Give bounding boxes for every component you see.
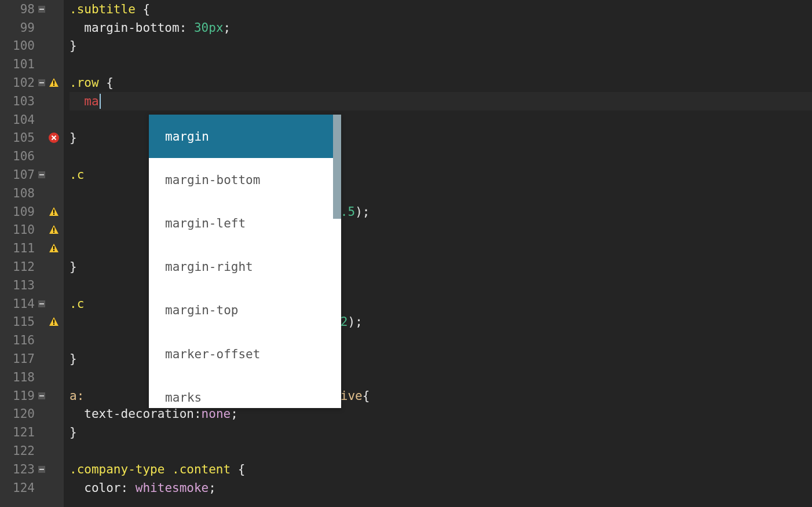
gutter-line: 115 [0, 313, 64, 332]
line-number: 124 [6, 481, 35, 495]
gutter-line: 112 [0, 258, 64, 276]
code-line[interactable]: .company-type .content { [70, 460, 812, 479]
gutter-line: 106 [0, 147, 64, 166]
fold-indicator [38, 98, 45, 105]
fold-indicator[interactable] [38, 466, 45, 473]
line-number: 122 [6, 444, 35, 458]
autocomplete-item[interactable]: margin [149, 115, 341, 158]
line-number: 123 [6, 462, 35, 476]
line-number: 115 [6, 315, 35, 329]
gutter-line: 109 [0, 203, 64, 221]
fold-indicator [38, 245, 45, 252]
gutter-line: 116 [0, 331, 64, 350]
code-line[interactable]: ma [70, 92, 812, 111]
token: { [363, 389, 370, 403]
token: } [70, 39, 77, 53]
marker-empty [49, 4, 59, 14]
line-number: 110 [6, 223, 35, 237]
warning-icon [49, 317, 59, 327]
line-number: 109 [6, 205, 35, 219]
gutter-line: 108 [0, 184, 64, 203]
autocomplete-item[interactable]: margin-left [149, 201, 341, 245]
gutter-line: 114 [0, 295, 64, 313]
token: 30px [194, 21, 224, 35]
line-number: 99 [6, 21, 35, 35]
fold-indicator[interactable] [38, 171, 45, 178]
marker-empty [49, 299, 59, 309]
fold-indicator[interactable] [38, 6, 45, 13]
token: : [121, 481, 136, 495]
code-line[interactable]: margin-bottom: 30px; [70, 19, 812, 37]
token: { [136, 2, 150, 16]
fold-indicator [38, 337, 45, 344]
code-line[interactable]: .subtitle { [70, 0, 812, 19]
token: .company-type .content [70, 462, 231, 476]
code-area[interactable]: .subtitle { margin-bottom: 30px;}.row { … [64, 0, 812, 507]
fold-indicator[interactable] [38, 300, 45, 307]
svg-rect-11 [53, 214, 54, 215]
fold-indicator [38, 24, 45, 31]
gutter-line: 111 [0, 239, 64, 258]
line-number: 98 [6, 2, 35, 16]
gutter-line: 107 [0, 166, 64, 184]
line-number: 117 [6, 352, 35, 366]
gutter-line: 100 [0, 37, 64, 56]
autocomplete-item[interactable]: marker-offset [149, 332, 341, 376]
token: text-decoration [70, 407, 194, 421]
svg-rect-13 [53, 227, 54, 231]
fold-indicator [38, 208, 45, 215]
fold-indicator [38, 374, 45, 381]
autocomplete-scrollbar[interactable] [333, 115, 341, 219]
autocomplete-item[interactable]: margin-top [149, 289, 341, 332]
line-number: 103 [6, 94, 35, 108]
token: .row [70, 76, 99, 90]
code-line[interactable]: } [70, 423, 812, 442]
marker-empty [49, 262, 59, 272]
token: none [202, 407, 231, 421]
fold-indicator[interactable] [38, 392, 45, 399]
fold-indicator [38, 116, 45, 123]
gutter-line: 124 [0, 479, 64, 497]
autocomplete-popup[interactable]: marginmargin-bottommargin-leftmargin-rig… [149, 115, 341, 408]
gutter-line: 110 [0, 221, 64, 240]
autocomplete-item[interactable]: margin-right [149, 245, 341, 289]
code-line[interactable]: color: whitesmoke; [70, 479, 812, 497]
gutter: 9899100101102103104105106107108109110111… [0, 0, 64, 507]
token: } [70, 425, 77, 439]
token: : [194, 407, 202, 421]
fold-indicator[interactable] [38, 79, 45, 86]
marker-empty [49, 59, 59, 69]
svg-rect-5 [53, 80, 54, 84]
marker-empty [49, 170, 59, 180]
svg-rect-6 [53, 84, 54, 86]
marker-empty [49, 372, 59, 383]
marker-empty [49, 409, 59, 419]
code-line[interactable]: .row { [70, 74, 812, 92]
token: color [70, 481, 121, 495]
fold-indicator [38, 447, 45, 454]
line-number: 113 [6, 278, 35, 292]
token: } [70, 352, 77, 366]
gutter-line: 119 [0, 387, 64, 405]
fold-indicator [38, 153, 45, 160]
code-line[interactable]: } [70, 37, 812, 56]
warning-icon [49, 225, 59, 235]
gutter-line: 123 [0, 460, 64, 479]
fold-indicator [38, 190, 45, 197]
autocomplete-item[interactable]: marks [149, 376, 341, 408]
token: ); [355, 205, 370, 219]
line-number: 114 [6, 297, 35, 311]
line-number: 106 [6, 149, 35, 163]
gutter-line: 99 [0, 19, 64, 37]
warning-icon [49, 243, 59, 254]
autocomplete-item[interactable]: margin-bottom [149, 158, 341, 201]
code-line[interactable] [70, 55, 812, 74]
token: { [99, 76, 114, 90]
gutter-line: 105 [0, 129, 64, 148]
marker-empty [49, 446, 59, 456]
marker-empty [49, 151, 59, 161]
line-number: 108 [6, 186, 35, 200]
code-line[interactable] [70, 442, 812, 460]
warning-icon [49, 207, 59, 217]
marker-empty [49, 280, 59, 291]
